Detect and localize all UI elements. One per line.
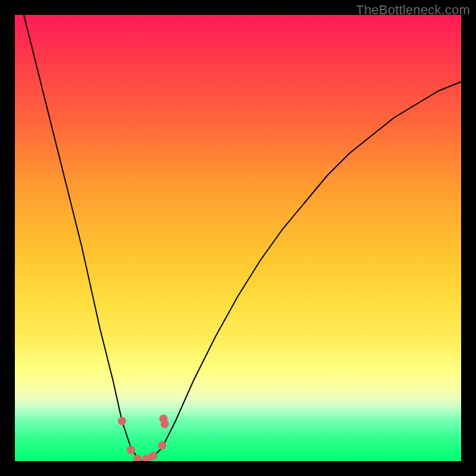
data-points-group (118, 415, 169, 461)
data-point (127, 446, 135, 454)
data-point (133, 455, 142, 461)
data-point (149, 452, 158, 460)
bottleneck-curve (15, 15, 461, 461)
watermark-text: TheBottleneck.com (356, 2, 470, 18)
data-point (118, 417, 126, 425)
gradient-plot-area (15, 15, 461, 461)
bottleneck-chart (15, 15, 461, 461)
data-point (161, 420, 169, 428)
data-point (158, 441, 167, 450)
